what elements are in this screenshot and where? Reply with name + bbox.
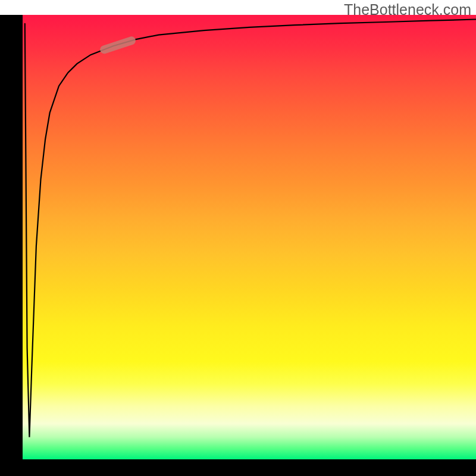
plot-area bbox=[23, 15, 476, 459]
axis-bottom-bar bbox=[0, 459, 476, 476]
chart-stage: TheBottleneck.com bbox=[0, 0, 476, 476]
axis-left-bar bbox=[0, 15, 23, 461]
